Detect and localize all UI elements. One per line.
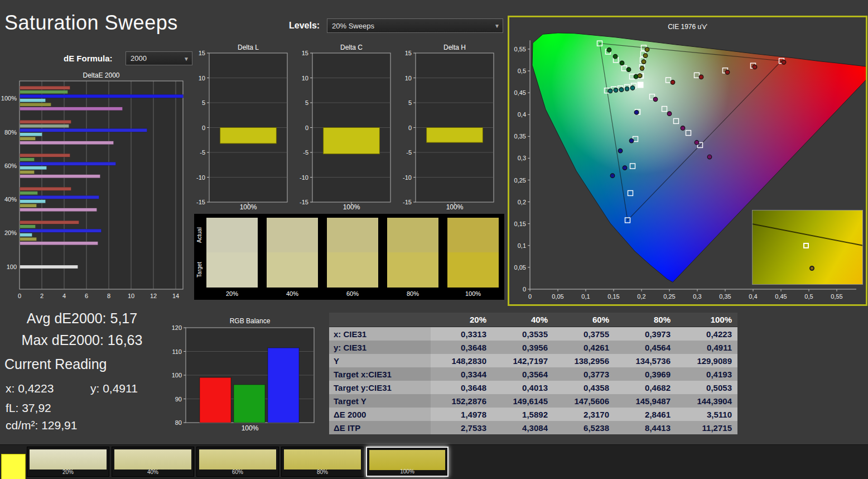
table-cell: 142,7197 xyxy=(492,354,553,367)
delta-l-category-label: 100% xyxy=(209,203,287,211)
svg-text:-5: -5 xyxy=(303,149,308,156)
deltae-bar xyxy=(20,187,71,190)
patch-label: 100% xyxy=(367,468,447,475)
table-cell: 0,3535 xyxy=(492,327,553,341)
svg-text:8: 8 xyxy=(107,293,110,299)
cie-diagram-title: CIE 1976 u'v' xyxy=(509,23,866,31)
cie-measured-point-magenta xyxy=(681,126,685,131)
svg-text:0,25: 0,25 xyxy=(663,293,675,300)
svg-text:0,4: 0,4 xyxy=(518,111,526,118)
cie-measured-point-cyan xyxy=(614,88,618,93)
table-row-label: x: CIE31 xyxy=(329,327,431,341)
table-cell: 0,3773 xyxy=(553,367,615,381)
patch-button-20%[interactable]: 20% xyxy=(27,447,109,477)
levels-dropdown[interactable]: 20% Sweeps ▼ xyxy=(327,18,503,33)
swatch-label: 40% xyxy=(267,290,318,297)
svg-text:14: 14 xyxy=(172,293,179,299)
current-fl-reading: fL: 37,92 xyxy=(6,401,51,415)
table-row: x: CIE310,33130,35350,37550,39730,4223 xyxy=(329,327,737,341)
target-swatch xyxy=(327,252,378,288)
svg-text:10: 10 xyxy=(302,75,308,82)
svg-text:110: 110 xyxy=(172,348,182,355)
patch-swatch xyxy=(369,450,445,470)
cie-measured-point-yellow xyxy=(643,54,648,58)
deltae-bar xyxy=(20,128,147,132)
svg-text:0: 0 xyxy=(305,124,308,131)
cie-measured-point-green xyxy=(613,54,618,59)
svg-text:0,15: 0,15 xyxy=(514,221,526,227)
table-cell: 0,4564 xyxy=(615,341,676,354)
patch-button-40%[interactable]: 40% xyxy=(112,447,194,477)
deltae-bar xyxy=(20,175,100,178)
cie-measured-point-blue xyxy=(634,110,639,114)
bottom-bar: 20%40%60%80%100% ▫ ▣ ■▶⊞∞ « Back Next » xyxy=(0,444,868,479)
target-swatch xyxy=(267,252,318,288)
deltae-chart-title: DeltaE 2000 xyxy=(20,71,183,79)
deltae-bar xyxy=(20,162,116,165)
swatch-label: 60% xyxy=(327,290,378,297)
svg-text:0: 0 xyxy=(408,124,412,131)
page-title: Saturation Sweeps xyxy=(4,11,178,35)
cie-measured-point-cyan xyxy=(619,88,624,92)
svg-text:100: 100 xyxy=(172,372,182,379)
svg-text:0,1: 0,1 xyxy=(581,293,590,300)
svg-text:0,2: 0,2 xyxy=(637,293,645,300)
table-column-header: 60% xyxy=(553,313,615,327)
patch-swatch xyxy=(30,449,107,470)
cie-measured-point-cyan xyxy=(630,86,635,90)
table-cell: 0,3648 xyxy=(431,381,492,394)
delta-c-category-label: 100% xyxy=(312,203,390,211)
table-column-header: 40% xyxy=(492,313,553,327)
table-cell: 0,3969 xyxy=(615,367,676,381)
patch-button-80%[interactable]: 80% xyxy=(281,447,364,477)
measurement-table: 20%40%60%80%100%x: CIE310,33130,35350,37… xyxy=(329,313,737,434)
patch-button-60%[interactable]: 60% xyxy=(196,447,279,477)
deltae-bar xyxy=(20,107,123,111)
delta-h-chart: 151050-5-10-15 xyxy=(396,50,499,209)
cie-measured-point-blue xyxy=(629,138,634,143)
patch-swatch xyxy=(114,449,191,470)
table-cell: 2,3170 xyxy=(553,408,615,421)
patch-swatch xyxy=(199,449,276,470)
cie-diagram-panel: 00,050,10,150,20,250,30,350,40,450,50,55… xyxy=(508,16,867,306)
svg-text:0,3: 0,3 xyxy=(518,155,526,161)
svg-text:2: 2 xyxy=(40,293,44,299)
table-cell: 0,3956 xyxy=(492,341,553,354)
de-formula-dropdown[interactable]: 2000 ▼ xyxy=(126,51,192,65)
svg-text:0: 0 xyxy=(528,293,532,300)
table-column-header: 100% xyxy=(676,313,737,327)
deltae-bar xyxy=(20,225,36,228)
cie-zoom-inset xyxy=(752,210,863,285)
levels-dropdown-value: 20% Sweeps xyxy=(332,22,374,30)
current-reading-heading: Current Reading xyxy=(4,356,107,372)
cie-selected-target xyxy=(638,82,643,88)
table-row: Target x:CIE310,33440,35640,37730,39690,… xyxy=(329,367,737,381)
table-row-label: Target x:CIE31 xyxy=(329,367,431,381)
table-row-label: y: CIE31 xyxy=(329,341,431,354)
svg-text:-15: -15 xyxy=(300,199,308,205)
cie-measured-point-blue xyxy=(610,174,615,178)
de-formula-dropdown-value: 2000 xyxy=(131,54,147,63)
deltae-bar xyxy=(20,233,32,237)
table-cell: 1,5892 xyxy=(492,408,553,421)
table-cell: 0,5053 xyxy=(676,381,737,394)
svg-text:15: 15 xyxy=(199,50,205,56)
svg-text:0,5: 0,5 xyxy=(518,68,526,74)
svg-text:10: 10 xyxy=(405,75,412,82)
rgb-bar-red xyxy=(200,377,231,423)
svg-text:100: 100 xyxy=(7,264,17,270)
patch-button-100%[interactable]: 100% xyxy=(366,447,449,477)
deltae-bar xyxy=(20,191,38,195)
avg-de2000-reading: Avg dE2000: 5,17 xyxy=(8,310,156,327)
cie-measured-point-cyan xyxy=(608,89,613,93)
table-row-label: ΔE 2000 xyxy=(329,408,431,421)
svg-text:0,4: 0,4 xyxy=(749,293,757,300)
cie-measured-point-red xyxy=(725,70,730,75)
target-swatch xyxy=(387,252,438,288)
target-row-label: Target xyxy=(196,257,203,282)
deltae-bar xyxy=(20,154,70,157)
delta-l-chart: 151050-5-10-15 xyxy=(190,50,293,209)
deltae-bar xyxy=(20,124,69,128)
svg-text:0,35: 0,35 xyxy=(719,293,731,300)
deltae-bar xyxy=(20,237,37,241)
